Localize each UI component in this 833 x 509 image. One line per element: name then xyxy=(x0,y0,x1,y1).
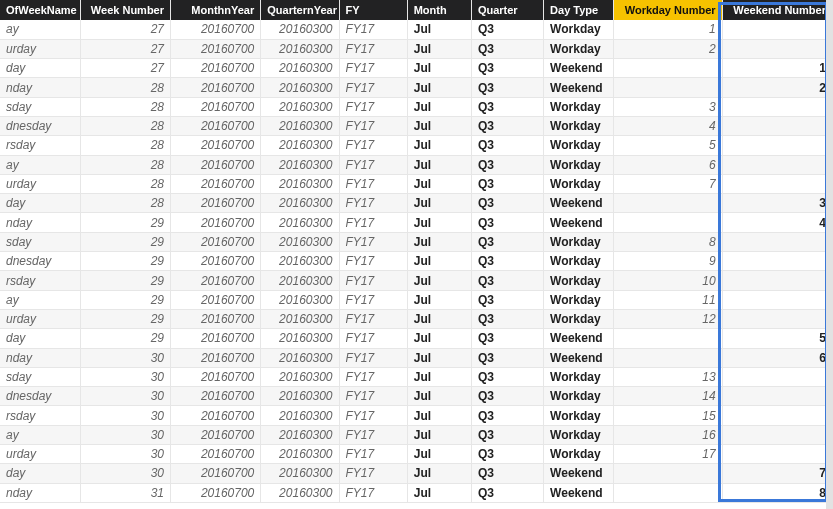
cell-weekendNumber[interactable] xyxy=(722,232,832,251)
cell-dayType[interactable]: Weekend xyxy=(544,59,614,78)
cell-weekendNumber[interactable] xyxy=(722,155,832,174)
cell-quarter[interactable]: Q3 xyxy=(471,213,543,232)
table-row[interactable]: urday292016070020160300FY17JulQ3Workday1… xyxy=(0,309,833,328)
cell-workdayNumber[interactable]: 16 xyxy=(614,425,722,444)
cell-workdayNumber[interactable]: 14 xyxy=(614,387,722,406)
cell-weekNumber[interactable]: 29 xyxy=(80,290,170,309)
cell-weekendNumber[interactable] xyxy=(722,290,832,309)
cell-weekendNumber[interactable]: 5 xyxy=(722,329,832,348)
cell-fy[interactable]: FY17 xyxy=(339,329,407,348)
cell-quarternYear[interactable]: 20160300 xyxy=(261,213,339,232)
cell-weekendNumber[interactable] xyxy=(722,39,832,58)
cell-quarter[interactable]: Q3 xyxy=(471,232,543,251)
cell-fy[interactable]: FY17 xyxy=(339,406,407,425)
cell-quarter[interactable]: Q3 xyxy=(471,406,543,425)
cell-weekendNumber[interactable] xyxy=(722,367,832,386)
cell-weekendNumber[interactable]: 2 xyxy=(722,78,832,97)
cell-weekendNumber[interactable]: 8 xyxy=(722,483,832,502)
cell-quarter[interactable]: Q3 xyxy=(471,464,543,483)
cell-workdayNumber[interactable]: 9 xyxy=(614,252,722,271)
cell-dayType[interactable]: Weekend xyxy=(544,194,614,213)
cell-dayType[interactable]: Workday xyxy=(544,406,614,425)
cell-weekendNumber[interactable] xyxy=(722,445,832,464)
cell-monthnYear[interactable]: 20160700 xyxy=(171,59,261,78)
table-row[interactable]: day292016070020160300FY17JulQ3Weekend5 xyxy=(0,329,833,348)
cell-month[interactable]: Jul xyxy=(407,232,471,251)
column-header-quarter[interactable]: Quarter xyxy=(471,0,543,20)
cell-dayType[interactable]: Weekend xyxy=(544,78,614,97)
column-header-quarternYear[interactable]: QuarternYear xyxy=(261,0,339,20)
cell-workdayNumber[interactable] xyxy=(614,213,722,232)
table-row[interactable]: sday292016070020160300FY17JulQ3Workday8 xyxy=(0,232,833,251)
cell-quarternYear[interactable]: 20160300 xyxy=(261,387,339,406)
cell-weekNumber[interactable]: 31 xyxy=(80,483,170,502)
cell-fy[interactable]: FY17 xyxy=(339,232,407,251)
cell-workdayNumber[interactable] xyxy=(614,59,722,78)
cell-fy[interactable]: FY17 xyxy=(339,367,407,386)
cell-month[interactable]: Jul xyxy=(407,39,471,58)
cell-quarternYear[interactable]: 20160300 xyxy=(261,174,339,193)
table-row[interactable]: ay302016070020160300FY17JulQ3Workday16 xyxy=(0,425,833,444)
cell-workdayNumber[interactable] xyxy=(614,78,722,97)
cell-dayType[interactable]: Workday xyxy=(544,20,614,39)
cell-fy[interactable]: FY17 xyxy=(339,290,407,309)
cell-weekNumber[interactable]: 28 xyxy=(80,97,170,116)
cell-month[interactable]: Jul xyxy=(407,136,471,155)
cell-dayType[interactable]: Workday xyxy=(544,39,614,58)
cell-weekNumber[interactable]: 28 xyxy=(80,78,170,97)
cell-weekNumber[interactable]: 30 xyxy=(80,387,170,406)
table-row[interactable]: nday312016070020160300FY17JulQ3Weekend8 xyxy=(0,483,833,502)
table-row[interactable]: nday282016070020160300FY17JulQ3Weekend2 xyxy=(0,78,833,97)
cell-fy[interactable]: FY17 xyxy=(339,445,407,464)
cell-quarter[interactable]: Q3 xyxy=(471,309,543,328)
cell-dayOfWeekName[interactable]: nday xyxy=(0,348,80,367)
cell-quarter[interactable]: Q3 xyxy=(471,290,543,309)
cell-weekNumber[interactable]: 30 xyxy=(80,348,170,367)
cell-weekNumber[interactable]: 28 xyxy=(80,116,170,135)
cell-dayOfWeekName[interactable]: urday xyxy=(0,174,80,193)
cell-fy[interactable]: FY17 xyxy=(339,116,407,135)
cell-dayOfWeekName[interactable]: rsday xyxy=(0,136,80,155)
column-header-fy[interactable]: FY xyxy=(339,0,407,20)
cell-quarternYear[interactable]: 20160300 xyxy=(261,97,339,116)
cell-dayType[interactable]: Workday xyxy=(544,97,614,116)
cell-dayOfWeekName[interactable]: day xyxy=(0,194,80,213)
cell-dayType[interactable]: Workday xyxy=(544,155,614,174)
cell-dayType[interactable]: Weekend xyxy=(544,213,614,232)
cell-month[interactable]: Jul xyxy=(407,483,471,502)
table-row[interactable]: urday282016070020160300FY17JulQ3Workday7 xyxy=(0,174,833,193)
cell-dayType[interactable]: Weekend xyxy=(544,464,614,483)
cell-monthnYear[interactable]: 20160700 xyxy=(171,252,261,271)
cell-workdayNumber[interactable]: 7 xyxy=(614,174,722,193)
cell-dayOfWeekName[interactable]: urday xyxy=(0,309,80,328)
cell-quarternYear[interactable]: 20160300 xyxy=(261,329,339,348)
cell-quarter[interactable]: Q3 xyxy=(471,136,543,155)
cell-weekNumber[interactable]: 27 xyxy=(80,20,170,39)
cell-monthnYear[interactable]: 20160700 xyxy=(171,39,261,58)
cell-monthnYear[interactable]: 20160700 xyxy=(171,155,261,174)
cell-quarternYear[interactable]: 20160300 xyxy=(261,290,339,309)
cell-dayType[interactable]: Workday xyxy=(544,174,614,193)
cell-quarternYear[interactable]: 20160300 xyxy=(261,116,339,135)
cell-dayOfWeekName[interactable]: sday xyxy=(0,97,80,116)
table-row[interactable]: ay292016070020160300FY17JulQ3Workday11 xyxy=(0,290,833,309)
cell-weekendNumber[interactable] xyxy=(722,174,832,193)
cell-monthnYear[interactable]: 20160700 xyxy=(171,464,261,483)
table-row[interactable]: dnesday282016070020160300FY17JulQ3Workda… xyxy=(0,116,833,135)
cell-month[interactable]: Jul xyxy=(407,174,471,193)
cell-quarter[interactable]: Q3 xyxy=(471,39,543,58)
cell-workdayNumber[interactable]: 1 xyxy=(614,20,722,39)
cell-monthnYear[interactable]: 20160700 xyxy=(171,271,261,290)
cell-monthnYear[interactable]: 20160700 xyxy=(171,329,261,348)
cell-month[interactable]: Jul xyxy=(407,155,471,174)
cell-monthnYear[interactable]: 20160700 xyxy=(171,213,261,232)
cell-dayType[interactable]: Workday xyxy=(544,367,614,386)
cell-workdayNumber[interactable]: 11 xyxy=(614,290,722,309)
cell-weekNumber[interactable]: 30 xyxy=(80,367,170,386)
table-row[interactable]: day272016070020160300FY17JulQ3Weekend1 xyxy=(0,59,833,78)
cell-weekNumber[interactable]: 29 xyxy=(80,329,170,348)
cell-quarter[interactable]: Q3 xyxy=(471,387,543,406)
cell-monthnYear[interactable]: 20160700 xyxy=(171,194,261,213)
cell-weekNumber[interactable]: 27 xyxy=(80,39,170,58)
cell-quarternYear[interactable]: 20160300 xyxy=(261,464,339,483)
